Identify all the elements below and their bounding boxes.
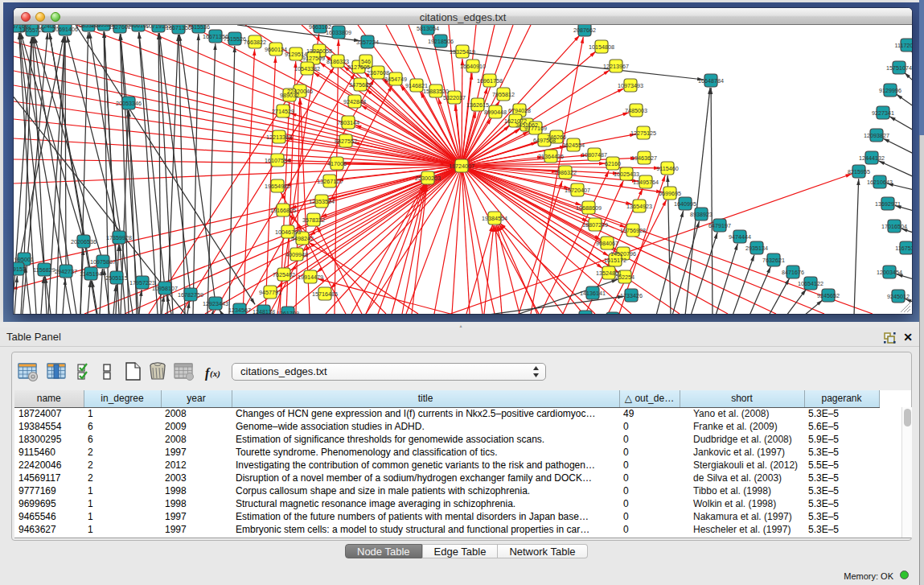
svg-text:21364436: 21364436 bbox=[538, 153, 564, 160]
svg-text:12213369: 12213369 bbox=[266, 134, 292, 141]
svg-text:989032: 989032 bbox=[280, 92, 299, 99]
svg-text:2505115: 2505115 bbox=[105, 274, 127, 282]
svg-text:1615172: 1615172 bbox=[604, 257, 626, 264]
svg-text:4009948: 4009948 bbox=[285, 251, 308, 258]
svg-text:417006: 417006 bbox=[327, 160, 347, 167]
svg-text:16961758: 16961758 bbox=[477, 77, 503, 84]
svg-text:9227341: 9227341 bbox=[872, 109, 894, 117]
svg-text:3475685: 3475685 bbox=[349, 81, 372, 89]
svg-text:7955812: 7955812 bbox=[492, 91, 515, 98]
svg-text:16648784: 16648784 bbox=[698, 77, 724, 84]
svg-text:25300203: 25300203 bbox=[415, 175, 441, 182]
svg-text:9457791: 9457791 bbox=[259, 289, 281, 296]
svg-text:7625402: 7625402 bbox=[273, 271, 295, 278]
svg-text:2935134: 2935134 bbox=[745, 245, 768, 252]
svg-text:1234567: 1234567 bbox=[228, 307, 251, 314]
svg-text:13325419: 13325419 bbox=[450, 48, 475, 56]
svg-text:13226058: 13226058 bbox=[306, 47, 332, 55]
svg-text:9777169: 9777169 bbox=[524, 125, 547, 132]
svg-text:9245652: 9245652 bbox=[817, 292, 840, 299]
svg-text:19654985: 19654985 bbox=[265, 183, 290, 190]
svg-text:20691406: 20691406 bbox=[52, 26, 78, 33]
svg-text:3578332: 3578332 bbox=[302, 216, 325, 224]
svg-text:3624554: 3624554 bbox=[562, 142, 585, 149]
svg-text:16782759: 16782759 bbox=[178, 291, 203, 299]
svg-text:18807249: 18807249 bbox=[582, 221, 608, 229]
svg-text:252254: 252254 bbox=[615, 274, 634, 281]
svg-text:13654923: 13654923 bbox=[626, 203, 652, 210]
svg-text:17016504: 17016504 bbox=[881, 223, 907, 230]
svg-text:1248138: 1248138 bbox=[253, 308, 275, 315]
svg-text:19384554: 19384554 bbox=[482, 215, 507, 222]
svg-text:19463627: 19463627 bbox=[631, 154, 657, 162]
svg-text:1362615: 1362615 bbox=[466, 101, 489, 109]
svg-text:15751074: 15751074 bbox=[886, 64, 912, 72]
svg-text:7515526: 7515526 bbox=[224, 35, 246, 43]
svg-text:12353594: 12353594 bbox=[309, 198, 335, 205]
svg-text:6479197: 6479197 bbox=[708, 222, 731, 229]
svg-text:15720407: 15720407 bbox=[565, 187, 590, 194]
svg-text:16210643: 16210643 bbox=[867, 179, 893, 186]
svg-text:9660124: 9660124 bbox=[265, 46, 287, 53]
svg-text:13692971: 13692971 bbox=[875, 200, 901, 208]
svg-text:6794028: 6794028 bbox=[508, 107, 531, 114]
svg-text:1156829: 1156829 bbox=[33, 266, 55, 274]
svg-text:62160: 62160 bbox=[605, 160, 621, 167]
svg-text:8938923: 8938923 bbox=[690, 211, 713, 218]
svg-text:17359928: 17359928 bbox=[106, 234, 132, 241]
svg-text:10654122: 10654122 bbox=[798, 280, 823, 287]
svg-text:16107554: 16107554 bbox=[265, 157, 290, 164]
svg-text:8471676: 8471676 bbox=[782, 269, 804, 276]
svg-text:13495764: 13495764 bbox=[633, 179, 659, 186]
svg-text:8186323: 8186323 bbox=[326, 58, 349, 65]
svg-text:5498242: 5498242 bbox=[291, 235, 314, 242]
svg-text:53594: 53594 bbox=[14, 266, 14, 274]
svg-text:10973493: 10973493 bbox=[618, 82, 643, 89]
svg-text:7663822: 7663822 bbox=[244, 39, 266, 46]
svg-text:7515536: 7515536 bbox=[187, 25, 210, 31]
svg-text:10688609: 10688609 bbox=[576, 204, 602, 212]
svg-text:2942737: 2942737 bbox=[55, 268, 77, 275]
svg-text:12213967: 12213967 bbox=[603, 63, 629, 70]
svg-text:16033809: 16033809 bbox=[326, 29, 351, 36]
svg-text:2714529: 2714529 bbox=[272, 108, 294, 115]
svg-text:12275125: 12275125 bbox=[630, 130, 656, 137]
svg-text:39153: 39153 bbox=[14, 266, 26, 273]
svg-text:9129996: 9129996 bbox=[879, 87, 901, 94]
svg-text:13267110: 13267110 bbox=[317, 178, 342, 185]
svg-text:10958107: 10958107 bbox=[152, 285, 178, 292]
svg-text:9474444: 9474444 bbox=[729, 233, 751, 241]
svg-text:9084067: 9084067 bbox=[596, 240, 618, 247]
svg-text:1733426: 1733426 bbox=[620, 292, 643, 299]
svg-text:1261709: 1261709 bbox=[277, 310, 299, 315]
svg-text:9245012: 9245012 bbox=[887, 293, 910, 300]
svg-text:8990448: 8990448 bbox=[484, 109, 507, 116]
svg-text:546: 546 bbox=[361, 58, 371, 65]
svg-text:10543382: 10543382 bbox=[294, 65, 320, 72]
svg-text:746266: 746266 bbox=[547, 134, 566, 141]
svg-text:8427552: 8427552 bbox=[335, 138, 357, 145]
svg-text:20206536: 20206536 bbox=[71, 238, 97, 245]
svg-text:12003454: 12003454 bbox=[877, 269, 902, 276]
svg-text:1167533: 1167533 bbox=[895, 245, 912, 252]
svg-text:7632621: 7632621 bbox=[762, 257, 785, 264]
svg-text:11172064: 11172064 bbox=[895, 42, 912, 49]
svg-text:9242848: 9242848 bbox=[343, 98, 366, 105]
svg-text:9129514: 9129514 bbox=[285, 51, 307, 58]
svg-text:8454749: 8454749 bbox=[384, 76, 407, 83]
svg-text:10154808: 10154808 bbox=[589, 43, 614, 51]
svg-text:19914479: 19914479 bbox=[298, 274, 323, 281]
svg-text:1145194: 1145194 bbox=[80, 270, 101, 278]
svg-text:9115460: 9115460 bbox=[656, 165, 678, 172]
svg-text:5322037: 5322037 bbox=[443, 94, 466, 101]
svg-text:10975887: 10975887 bbox=[90, 258, 116, 266]
svg-text:2087662: 2087662 bbox=[573, 27, 596, 34]
svg-text:7485003: 7485003 bbox=[625, 107, 647, 114]
svg-text:14136141: 14136141 bbox=[580, 290, 606, 297]
svg-text:15716485: 15716485 bbox=[312, 290, 338, 298]
svg-text:12444132: 12444132 bbox=[859, 154, 885, 162]
svg-text:19218506: 19218506 bbox=[428, 38, 454, 45]
svg-text:(x): (x) bbox=[210, 369, 220, 379]
svg-text:1275280: 1275280 bbox=[574, 314, 597, 315]
svg-text:3357224: 3357224 bbox=[356, 39, 379, 46]
